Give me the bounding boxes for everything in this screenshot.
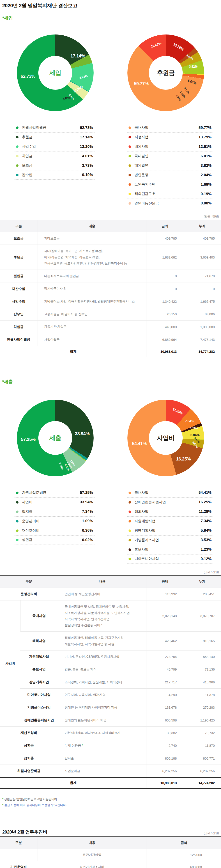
legend-bullet-icon	[16, 529, 19, 532]
legend-value: 7.34%	[201, 519, 212, 523]
footnote-repayment: * 상환금은 법인운영자금으로만 사용됩니다.	[2, 796, 221, 802]
cell-cumulative: 73,136	[183, 663, 221, 676]
table-row: 사업수입기빙플러스 사업, 장애인활동지원사업, 발달장애인주간활동서비스1,3…	[0, 295, 221, 308]
cell-amount: 420,462	[147, 631, 183, 650]
footnote-revision: * 결산 시점에 따라 공시내용이 수정될 수 있습니다.	[2, 802, 221, 808]
cell-desc: 국내(장애아동, 독거노인, 저소득가정)후원, 해외(아동결연, 지역개발, …	[37, 245, 147, 270]
legend-value: 5.84%	[201, 528, 212, 533]
revenue-legends-row: 전월사업이월금62.73%후원금17.14%사업수입12.20%차입금4.01%…	[0, 123, 221, 208]
legend-value: 12.61%	[198, 145, 212, 149]
cell-category: 재산수입	[0, 282, 37, 295]
legend-bullet-icon	[129, 492, 131, 494]
legend-label: 후원금	[22, 135, 80, 140]
legend-value: 2.04%	[201, 173, 212, 177]
legend-item: 결연아동선물금0.08%	[127, 198, 213, 208]
legend-item: 국내사업59.77%	[127, 123, 213, 132]
unit-note-promo: (단위 : 천원)	[203, 831, 221, 835]
cell-desc: 장애인 등 취약계층 사회적일자리 제공	[58, 701, 147, 714]
footnotes: * 상환금은 법인운영자금으로만 사용됩니다. * 결산 시점에 따라 공시내용…	[2, 796, 221, 808]
cell-desc: 잡지출	[58, 752, 147, 765]
cell-subcategory: 해외사업	[20, 631, 58, 650]
legend-item: 사업수입12.20%	[14, 142, 95, 151]
legend-item: 해외결연3.82%	[127, 161, 213, 170]
cell-desc: 유관기관경조사비	[37, 861, 147, 868]
column-header: 내용	[58, 576, 147, 588]
legend-bullet-icon	[129, 520, 131, 523]
table-row: 전월사업이월금사업이월금6,889,9647,478,143	[0, 333, 221, 346]
legend-value: 13.79%	[198, 135, 212, 140]
column-header: 누계	[183, 576, 221, 588]
legend-label: 재산조성비	[22, 528, 82, 533]
cell-amount: 440,000	[147, 320, 183, 333]
revenue-donut-chart: 17.14%3.73%12.20%0.19%4.01%62.73%세입	[17, 34, 94, 111]
legend-label: 운영관리비	[22, 519, 82, 524]
cell-subcategory: 경영기획사업	[20, 676, 58, 688]
cell-desc: 미디어, 온라인, CSR협력, 후원지원사업	[58, 650, 147, 663]
business-donut-hole: 사업비	[149, 421, 183, 455]
promo-section-heading: 2020년 2월 업무추진비	[2, 829, 48, 835]
cell-category: 상환금	[0, 739, 58, 752]
cell-group-category: 기관운영비	[0, 849, 37, 868]
slice-label: 54.41%	[132, 441, 147, 446]
expenditure-charts-row: 33.94%1.09%0.36%0.02%7.34%57.25%세출 11.28…	[0, 400, 221, 476]
cell-cumulative: 913,165	[183, 631, 221, 650]
cell-amount: 217,717	[147, 676, 183, 688]
sponsorship-donut-center-label: 후원금	[157, 69, 175, 77]
table-total-row: 합계10,983,01314,774,282	[0, 346, 221, 357]
total-label: 합계	[0, 346, 147, 357]
table-row: 보조금기타보조금409,785409,785	[0, 232, 221, 245]
cell-category: 후원금	[0, 245, 37, 270]
cell-desc: 국내아동결연 및 보육, 장애인의료 및 교육지원, 저소득가정지원, 다문화가…	[58, 600, 147, 631]
cell-cumulative: 3,669,403	[183, 245, 221, 270]
legend-value: 11.28%	[199, 509, 212, 514]
legend-bullet-icon	[129, 202, 131, 205]
slice-label: 59.77%	[134, 81, 149, 86]
legend-label: 사업수입	[22, 144, 80, 149]
legend-label: 국내사업	[134, 491, 198, 495]
slice-label: 17.14%	[70, 53, 85, 58]
legend-item: 잡지출7.34%	[14, 507, 95, 516]
table-row: 디아코니아사업연구사업, 교육사업, MDK사업4,29011,378	[0, 688, 221, 701]
footnote-star-icon: *	[2, 803, 3, 807]
cell-subcategory: 홍보사업	[20, 663, 58, 676]
legend-value: 0.08%	[201, 201, 212, 206]
cell-category: 운영관리비	[0, 588, 58, 600]
cell-category: 재산조성비	[0, 726, 58, 739]
legend-value: 7.34%	[82, 509, 93, 514]
legend-item: 운영관리비1.09%	[14, 516, 95, 526]
total-cumulative: 14,774,282	[183, 777, 221, 788]
cell-amount: 6,889,964	[147, 333, 183, 346]
cell-cumulative: 1,190,425	[183, 714, 221, 726]
table-row: 잡지출잡지출806,188806,771	[0, 752, 221, 765]
revenue-table: 구분내용금액누계보조금기타보조금409,785409,785후원금국내(장애아동…	[0, 220, 221, 357]
cell-cumulative: 409,785	[183, 232, 221, 245]
table-row: 재산수입정기예금이자 외00	[0, 282, 221, 295]
cell-category: 차월사업준비금	[0, 765, 58, 777]
cell-desc: 언론, 출판, 홍보물 제작	[58, 663, 147, 676]
legend-value: 57.25%	[80, 491, 93, 495]
promo-section-header: 2020년 2월 업무추진비 (단위 : 천원)	[0, 829, 221, 835]
legend-bullet-icon	[129, 155, 131, 157]
legend-label: 해외사업	[134, 509, 199, 514]
legend-bullet-icon	[16, 492, 19, 494]
legend-label: 상환금	[22, 537, 82, 542]
cell-cumulative: 7,478,143	[183, 333, 221, 346]
legend-bullet-icon	[129, 183, 131, 186]
legend-label: 국내결연	[134, 154, 201, 158]
table-row: 후원금국내(장애아동, 독거노인, 저소득가정)후원, 해외(아동결연, 지역개…	[0, 245, 221, 270]
table-header-row: 구분내용금액누계	[0, 576, 221, 588]
promo-expense-table: 구분내용금액기관운영비유관기관미팅125,000유관기관경조사비600,000기…	[0, 836, 221, 868]
cell-desc: 해외아동결연, 해외아동교육, 긴급구호지원 재활복지사업, 지역개발사업 등 …	[58, 631, 147, 650]
legend-value: 0.19%	[201, 192, 212, 196]
table-row: 차월사업준비금사업준비금6,287,2566,287,256	[0, 765, 221, 777]
table-row: 해외사업해외아동결연, 해외아동교육, 긴급구호지원 재활복지사업, 지역개발사…	[0, 631, 221, 650]
cell-amount: 4,290	[147, 688, 183, 701]
cell-amount: 409,785	[147, 232, 183, 245]
revenue-legend: 전월사업이월금62.73%후원금17.14%사업수입12.20%차입금4.01%…	[14, 123, 95, 180]
legend-item: 해외긴급구호0.19%	[127, 189, 213, 198]
cell-amount: 45,799	[147, 663, 183, 676]
legend-bullet-icon	[16, 126, 19, 129]
sponsorship-legend: 국내사업59.77%지정사업13.79%해외사업12.61%국내결연6.01%해…	[127, 123, 213, 208]
cell-cumulative: 0	[183, 282, 221, 295]
expenditure-legend: 차월사업준비금57.25%사업비33.94%잡지출7.34%운영관리비1.09%…	[14, 488, 95, 545]
